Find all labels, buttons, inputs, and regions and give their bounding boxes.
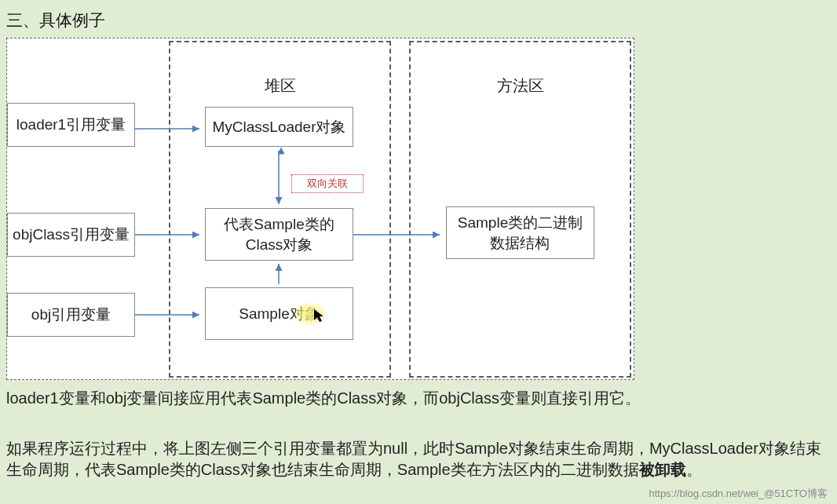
box-class-obj-line2: Class对象 (246, 236, 313, 253)
bidirectional-assoc-label: 双向关联 (291, 174, 364, 193)
box-myclassloader-obj: MyClassLoader对象 (205, 107, 353, 147)
arrow-obj-to-sample (135, 311, 205, 319)
box-class-obj: 代表Sample类的 Class对象 (205, 208, 353, 261)
arrow-mcl-class-bidir (272, 148, 285, 207)
box-obj-var: obj引用变量 (7, 293, 135, 337)
box-objclass-var: objClass引用变量 (7, 213, 135, 257)
box-sample-obj: Sample对象 (205, 287, 353, 340)
explanation-paragraph-1: loader1变量和obj变量间接应用代表Sample类的Class对象，而ob… (6, 388, 823, 409)
box-binary-line1: Sample类的二进制 (458, 214, 583, 231)
method-region-title: 方法区 (411, 75, 630, 97)
arrow-sample-to-class (272, 261, 285, 287)
box-binary-line2: 数据结构 (490, 235, 550, 251)
heap-region-title: 堆区 (170, 75, 389, 97)
box-loader1-var: loader1引用变量 (7, 103, 135, 147)
box-class-obj-line1: 代表Sample类的 (224, 216, 334, 232)
para2-part-c: 。 (686, 461, 702, 478)
arrow-class-to-binary (353, 231, 446, 239)
box-binary-data: Sample类的二进制 数据结构 (446, 206, 594, 259)
arrow-objclass-to-class (135, 231, 205, 239)
diagram-container: 堆区 方法区 loader1引用变量 objClass引用变量 obj引用变量 … (6, 38, 634, 380)
explanation-paragraph-2: 如果程序运行过程中，将上图左侧三个引用变量都置为null，此时Sample对象结… (6, 438, 823, 480)
watermark-text: https://blog.csdn.net/wei_@51CTO博客 (649, 487, 828, 501)
para2-bold: 被卸载 (639, 461, 686, 478)
section-heading: 三、具体例子 (6, 9, 105, 31)
arrow-loader1-to-mcl (135, 125, 205, 133)
